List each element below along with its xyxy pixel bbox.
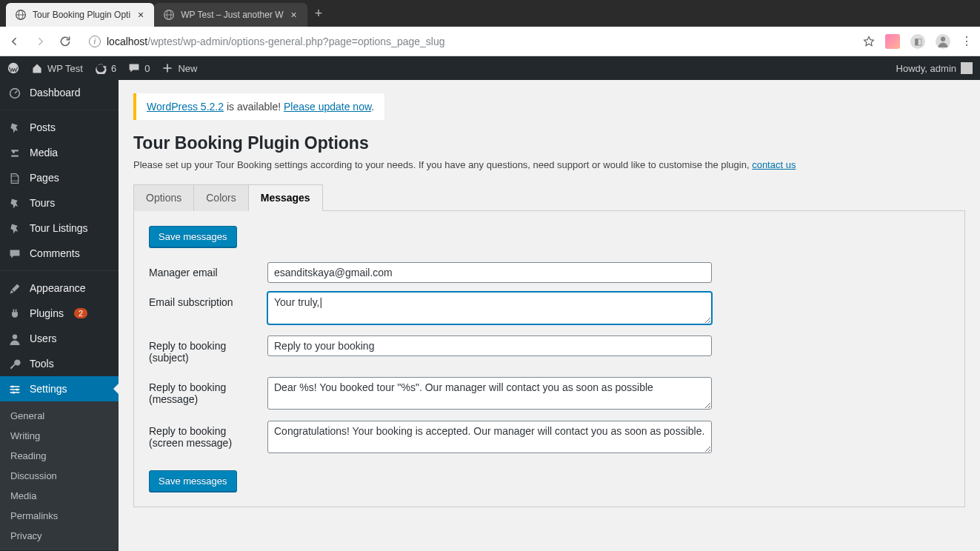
sidebar-item-label: Tools [30,358,54,370]
tourlistings-icon [7,221,22,235]
browser-tab-1[interactable]: WP Test – Just another W× [154,3,307,27]
settings-sub-permalinks[interactable]: Permalinks [0,506,119,526]
sidebar-item-label: Posts [30,121,56,133]
reply-screen-textarea[interactable]: Congratulations! Your booking is accepte… [267,421,712,453]
tools-icon [7,357,22,370]
sidebar-item-dashboard[interactable]: Dashboard [0,80,119,105]
reload-button[interactable] [58,35,73,47]
settings-icon [7,382,22,395]
label-manager-email: Manager email [149,258,267,287]
extension-icon[interactable] [885,34,900,49]
email-subscription-textarea[interactable]: Your truly,| [267,292,712,324]
sidebar-item-label: Appearance [30,282,86,294]
sidebar-item-settings[interactable]: Settings [0,376,119,401]
extension2-icon[interactable]: ◧ [910,34,925,49]
sidebar-item-comments[interactable]: Comments [0,241,119,266]
sidebar-item-tools[interactable]: Tools [0,351,119,376]
tab-colors[interactable]: Colors [194,184,248,211]
plugins-icon [7,307,22,320]
label-reply-subject: Reply to booking (subject) [149,331,267,373]
appearance-icon [7,281,22,295]
update-notice: WordPress 5.2.2 is available! Please upd… [133,93,384,120]
globe-icon [15,9,27,21]
howdy-account[interactable]: Howdy, admin [896,62,973,74]
site-info-icon[interactable]: i [89,36,101,47]
sidebar-item-tourlistings[interactable]: Tour Listings [0,216,119,241]
sidebar-item-media[interactable]: Media [0,140,119,165]
comments-link[interactable]: 0 [128,62,150,74]
site-home-link[interactable]: WP Test [31,62,83,74]
browser-tab-0[interactable]: Tour Booking Plugin Opti× [6,3,154,27]
sidebar-item-label: Tours [30,197,55,209]
save-messages-button-top[interactable]: Save messages [149,226,237,247]
settings-sub-reading[interactable]: Reading [0,446,119,466]
tab-title: WP Test – Just another W [181,10,283,20]
sidebar-item-label: Plugins [30,307,64,319]
close-icon[interactable]: × [136,9,145,21]
contact-us-link[interactable]: contact us [752,159,796,170]
browser-toolbar: i localhost/wptest/wp-admin/options-gene… [0,27,980,56]
browser-tab-strip: Tour Booking Plugin Opti×WP Test – Just … [0,0,980,27]
settings-submenu: GeneralWritingReadingDiscussionMediaPerm… [0,401,119,550]
label-email-subscription: Email subscription [149,287,267,331]
tab-options[interactable]: Options [133,184,194,211]
settings-sub-writing[interactable]: Writing [0,426,119,446]
settings-sub-general[interactable]: General [0,406,119,426]
back-button[interactable] [7,35,22,47]
notice-text: is available! [224,101,284,113]
users-icon [7,332,22,345]
update-now-link[interactable]: Please update now [284,101,371,113]
label-reply-message: Reply to booking (message) [149,373,267,416]
settings-sub-discussion[interactable]: Discussion [0,466,119,486]
pages-icon [7,171,22,184]
sidebar-item-plugins[interactable]: Plugins2 [0,301,119,326]
tab-messages[interactable]: Messages [249,184,323,211]
bookmark-star-icon[interactable] [863,35,875,48]
tab-bar: OptionsColorsMessages [133,184,965,211]
wp-logo-icon[interactable] [7,62,19,74]
reply-subject-input[interactable] [267,335,712,356]
posts-icon [7,121,22,134]
updates-link[interactable]: 6 [95,62,116,74]
sidebar-item-users[interactable]: Users [0,326,119,351]
admin-sidebar: DashboardPostsMediaPagesToursTour Listin… [0,80,119,551]
profile-avatar-icon[interactable] [936,34,950,49]
url-text: localhost/wptest/wp-admin/options-genera… [107,36,445,47]
new-content-link[interactable]: New [161,62,197,74]
media-icon [7,146,22,159]
save-messages-button-bottom[interactable]: Save messages [149,470,237,492]
label-reply-screen: Reply to booking (screen message) [149,416,267,460]
sidebar-item-label: Comments [30,247,80,259]
comments-icon [7,247,22,260]
settings-sub-privacy[interactable]: Privacy [0,526,119,546]
sidebar-item-tours[interactable]: Tours [0,190,119,216]
tours-icon [7,196,22,210]
address-bar[interactable]: i localhost/wptest/wp-admin/options-gene… [83,33,853,50]
content-area: WordPress 5.2.2 is available! Please upd… [119,80,980,551]
forward-button[interactable] [33,35,47,47]
browser-menu-icon[interactable]: ⋮ [961,34,973,48]
page-description: Please set up your Tour Booking settings… [133,159,965,170]
page-title: Tour Booking Plugin Options [133,133,965,153]
reply-message-textarea[interactable]: Dear %s! You booked tour "%s". Our manag… [267,377,712,410]
settings-sub-media[interactable]: Media [0,486,119,506]
globe-icon [163,9,175,21]
update-badge: 2 [74,308,87,318]
sidebar-item-pages[interactable]: Pages [0,165,119,190]
dashboard-icon [7,86,22,99]
manager-email-input[interactable] [267,262,712,283]
close-icon[interactable]: × [290,9,299,21]
sidebar-item-appearance[interactable]: Appearance [0,276,119,301]
sidebar-item-label: Pages [30,172,59,184]
wp-version-link[interactable]: WordPress 5.2.2 [147,101,224,113]
sidebar-item-posts[interactable]: Posts [0,115,119,140]
sidebar-item-label: Settings [30,383,67,395]
tab-panel-messages: Save messages Manager email Email subscr… [133,211,965,507]
sidebar-item-label: Users [30,333,57,344]
tab-title: Tour Booking Plugin Opti [33,10,130,20]
new-tab-button[interactable]: + [307,3,330,24]
user-avatar-icon [961,62,973,74]
sidebar-item-label: Dashboard [30,87,81,98]
wp-admin-bar: WP Test 6 0 New Howdy, admin [0,56,980,80]
sidebar-item-label: Tour Listings [30,222,88,234]
